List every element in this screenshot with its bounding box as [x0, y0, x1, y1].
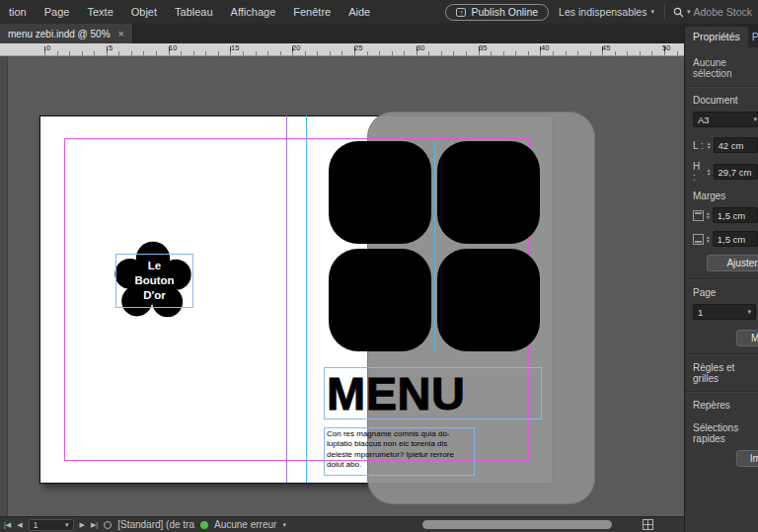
height-value: 29,7 cm: [719, 167, 752, 178]
indesign-window: tion Page Texte Objet Tableau Affichage …: [0, 0, 758, 532]
menu-item-aide[interactable]: Aide: [340, 0, 379, 24]
import-button[interactable]: Imp: [736, 450, 758, 467]
stepper[interactable]: ▴ ▾: [707, 235, 710, 244]
ruler-label: 10: [169, 43, 177, 52]
mode-button-label: Mo: [751, 333, 758, 343]
body-text: Con res magname comnis quia do-luptatio …: [327, 429, 454, 469]
first-page-button[interactable]: |◀: [4, 521, 11, 529]
black-square-shape[interactable]: [329, 141, 431, 244]
stepper-down-icon[interactable]: ▾: [707, 239, 710, 244]
panel-body: Aucune sélection Document A3 ▾ L : ▴ ▾ 4…: [685, 47, 758, 467]
stepper[interactable]: ▴ ▾: [708, 168, 711, 177]
menubar-right: ↑ Publish Online Les indispensables ▾ ▾ …: [445, 4, 758, 21]
margin-top-value: 1,5 cm: [718, 210, 746, 221]
ruler-label: 25: [354, 43, 362, 52]
stepper-down-icon[interactable]: ▾: [708, 145, 711, 150]
prev-page-button[interactable]: ◀: [17, 521, 22, 529]
document-tab-title: menu zebi.indd @ 50%: [8, 29, 111, 39]
stepper[interactable]: ▴ ▾: [707, 211, 710, 220]
height-label: H :: [693, 161, 705, 183]
tab-pages[interactable]: P: [748, 27, 758, 47]
menu-item-edition[interactable]: tion: [0, 0, 36, 24]
properties-panel: Propriétés P Aucune sélection Document A…: [684, 24, 758, 532]
menu-title-text: MENU: [325, 370, 465, 418]
menu-item-page[interactable]: Page: [36, 0, 79, 24]
body-text-frame[interactable]: Con res magname comnis quia do-luptatio …: [324, 427, 475, 476]
status-ok-label[interactable]: Aucune erreur: [214, 519, 276, 530]
canvas[interactable]: Le Bouton D'or MENU Con res magname comn…: [0, 56, 684, 516]
page-size-value: A3: [698, 114, 710, 125]
black-square-shape[interactable]: [329, 249, 431, 351]
ruler-label: 0: [46, 43, 50, 52]
adjust-button-label: Ajuster: [726, 258, 757, 268]
height-row: H : ▴ ▾ 29,7 cm: [693, 161, 758, 183]
divider: [685, 86, 758, 87]
menu-item-objet[interactable]: Objet: [122, 0, 166, 24]
chevron-down-icon: ▾: [650, 8, 654, 16]
margin-bottom-value: 1,5 cm: [718, 234, 746, 245]
menu-title-frame[interactable]: MENU: [324, 367, 542, 419]
chevron-down-icon: ▾: [747, 308, 751, 316]
chevron-down-icon: ▾: [687, 8, 691, 16]
document-tabstrip: menu zebi.indd @ 50% ×: [0, 24, 684, 43]
width-label: L :: [693, 140, 705, 151]
height-input[interactable]: 29,7 cm: [714, 164, 758, 180]
mode-button[interactable]: Mo: [736, 330, 758, 346]
menu-item-fenetre[interactable]: Fenêtre: [284, 0, 340, 24]
stepper[interactable]: ▴ ▾: [708, 141, 711, 150]
search-label: Adobe Stock: [693, 6, 752, 18]
adobe-stock-search[interactable]: ▾ Adobe Stock: [664, 4, 752, 20]
workspace-switcher[interactable]: Les indispensables ▾: [559, 6, 654, 18]
menu-item-affichage[interactable]: Affichage: [222, 0, 285, 24]
ruler-label: 50: [662, 43, 670, 52]
page-select-value: 1: [34, 520, 38, 530]
vertical-ruler[interactable]: [0, 56, 8, 516]
menu-item-texte[interactable]: Texte: [78, 0, 121, 24]
ruler-ticks: [0, 43, 684, 55]
stepper-down-icon[interactable]: ▾: [707, 215, 710, 220]
page-select[interactable]: 1 ▾: [29, 519, 74, 531]
width-row: L : ▴ ▾ 42 cm: [693, 137, 758, 153]
black-square-shape[interactable]: [437, 141, 540, 244]
margins-section-label: Marges: [693, 190, 758, 201]
preflight-icon: [104, 521, 112, 529]
menu-item-tableau[interactable]: Tableau: [166, 0, 222, 24]
margin-bottom-input[interactable]: 1,5 cm: [713, 231, 758, 247]
chevron-down-icon: ▾: [65, 521, 69, 529]
chevron-down-icon: ▾: [282, 521, 286, 529]
close-icon[interactable]: ×: [118, 28, 124, 39]
publish-online-label: Publish Online: [471, 6, 538, 18]
ruler-label: 20: [292, 43, 300, 52]
document-tab[interactable]: menu zebi.indd @ 50% ×: [0, 24, 133, 43]
black-square-shape[interactable]: [437, 249, 540, 351]
horizontal-scrollbar-thumb[interactable]: [422, 520, 612, 529]
no-selection-label: Aucune sélection: [693, 57, 758, 79]
publish-online-button[interactable]: ↑ Publish Online: [445, 4, 549, 21]
divider: [685, 391, 758, 392]
horizontal-ruler[interactable]: 0 5 10 15 20 25 30 35 40 45 50: [0, 43, 684, 56]
preflight-profile[interactable]: [Standard] (de tra: [117, 519, 194, 530]
import-button-label: Imp: [750, 453, 758, 464]
margin-bottom-icon: [693, 234, 704, 245]
tab-proprietes[interactable]: Propriétés: [685, 27, 748, 47]
ruler-label: 15: [231, 43, 239, 52]
rules-grids-section[interactable]: Règles et grilles: [693, 362, 758, 384]
guides-section[interactable]: Repères: [693, 400, 758, 411]
margin-top-input[interactable]: 1,5 cm: [713, 207, 758, 223]
page-number-select[interactable]: 1 ▾: [693, 304, 756, 320]
stepper-down-icon[interactable]: ▾: [708, 172, 711, 177]
width-input[interactable]: 42 cm: [714, 137, 758, 153]
page-size-select[interactable]: A3 ▾: [693, 112, 758, 127]
pages-grid-icon[interactable]: [643, 519, 653, 530]
panel-tabs: Propriétés P: [685, 24, 758, 47]
width-value: 42 cm: [719, 140, 744, 151]
next-page-button[interactable]: ▶: [80, 521, 85, 529]
last-page-button[interactable]: ▶|: [91, 521, 98, 529]
workspace-label: Les indispensables: [559, 6, 646, 18]
margin-top-icon: [693, 210, 704, 221]
quick-selections-section[interactable]: Sélections rapides: [693, 422, 758, 444]
ruler-label: 30: [417, 43, 424, 52]
adjust-button[interactable]: Ajuster: [707, 255, 758, 271]
search-icon: [673, 7, 684, 18]
statusbar: |◀ ◀ 1 ▾ ▶ ▶| [Standard] (de tra Aucune …: [0, 516, 684, 532]
